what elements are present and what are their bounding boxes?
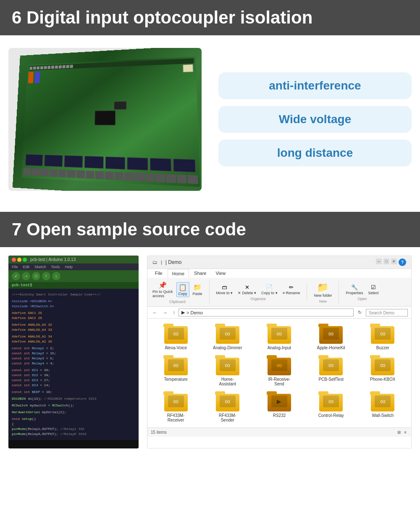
- folder-rf433m-sender[interactable]: ∞ RF433M-Sender: [204, 391, 251, 422]
- folder-ir-receive-send[interactable]: ∞ IR-Receive-Send: [256, 355, 302, 386]
- tab-file[interactable]: File: [151, 269, 167, 278]
- folder-rf433m-receiver-icon: ∞: [163, 391, 189, 411]
- arduino-menu-tools[interactable]: Tools: [51, 265, 60, 269]
- arduino-open-btn[interactable]: ↑: [42, 272, 50, 280]
- folder-home-assistant[interactable]: ∞ Home-Assistant: [204, 355, 251, 386]
- arduino-save-btn[interactable]: ↓: [52, 272, 60, 280]
- folder-analog-dimmer-label: Analog-Dimmer: [213, 345, 242, 350]
- folder-rs232[interactable]: ▶ RS232: [256, 391, 302, 422]
- forward-button[interactable]: →: [161, 309, 169, 316]
- folder-control-relay[interactable]: ∞ Control-Relay: [308, 391, 354, 422]
- folder-analog-input[interactable]: ∞ Analog-Input: [256, 324, 302, 350]
- grid-view-icon[interactable]: ⊞: [396, 430, 402, 435]
- rename-button[interactable]: ✏ ≡ Rename: [281, 283, 302, 296]
- folder-temperature-icon: ∞: [163, 355, 189, 375]
- tab-share[interactable]: Share: [190, 269, 210, 278]
- properties-button[interactable]: 🔧 Properties: [344, 283, 365, 296]
- section6-title: 6 Digital input optocoupler isolation: [12, 8, 408, 28]
- folder-apple-homekit[interactable]: ∞ Apple-HomeKit: [308, 324, 354, 350]
- file-explorer-panel: 🗂 | | Demo ─ □ ✕ ? File Home Share View: [147, 256, 412, 448]
- folder-rf433m-receiver-label: RF433M-Receiver: [161, 413, 191, 422]
- folder-icon-small: 🗂: [152, 259, 158, 265]
- help-button[interactable]: ?: [399, 258, 406, 266]
- delete-icon: ✕: [245, 284, 249, 290]
- address-path[interactable]: ▶ > Demo: [178, 308, 354, 316]
- folder-rs232-label: RS232: [273, 413, 286, 418]
- folder-buzzer-label: Buzzer: [376, 345, 389, 350]
- ribbon-open-group: 🔧 Properties ☑ Select Open: [344, 283, 385, 301]
- move-to-button[interactable]: 🗃 Move to ▾: [215, 283, 235, 296]
- folder-pcb-selftest-label: PCB-SelfTest: [318, 377, 343, 382]
- new-folder-button[interactable]: 📁 New folder: [312, 281, 333, 298]
- folder-ir-receive-send-icon: ∞: [267, 355, 292, 375]
- folder-analog-dimmer[interactable]: ∞ Analog-Dimmer: [204, 324, 251, 350]
- folder-phone-kbox[interactable]: ∞ Phone-KBOX: [360, 355, 406, 386]
- badge-long-distance: long distance: [218, 140, 412, 166]
- explorer-window-buttons: ─ □ ✕ ?: [376, 258, 406, 266]
- search-placeholder: Search Demo: [369, 311, 394, 315]
- folder-control-relay-icon: ∞: [318, 391, 344, 411]
- arduino-upload-btn[interactable]: →: [22, 272, 30, 280]
- folder-rf433m-receiver[interactable]: ∞ RF433M-Receiver: [152, 391, 199, 422]
- folder-buzzer-icon: ∞: [370, 324, 395, 344]
- clipboard-buttons: 📌 Pin to Quickaccess 📋 Copy 📁 Paste: [151, 280, 204, 299]
- feature-badges: anti-interference Wide voltage long dist…: [218, 72, 412, 166]
- properties-icon: 🔧: [351, 284, 358, 290]
- folder-analog-input-icon: ∞: [267, 324, 292, 344]
- folder-pcb-selftest[interactable]: ∞ PCB-SelfTest: [308, 355, 354, 386]
- rename-icon: ✏: [289, 284, 294, 290]
- paste-button[interactable]: 📁 Paste: [191, 282, 204, 297]
- close-button[interactable]: ✕: [391, 258, 397, 264]
- copy-button[interactable]: 📋 Copy: [176, 282, 189, 297]
- up-button[interactable]: ↑: [171, 309, 177, 316]
- new-buttons: 📁 New folder: [312, 281, 333, 298]
- clipboard-label: Clipboard: [169, 300, 186, 304]
- explorer-titlebar: 🗂 | | Demo ─ □ ✕ ?: [147, 256, 411, 269]
- copy-to-button[interactable]: 📄 Copy to ▾: [260, 283, 279, 296]
- arduino-menu-help[interactable]: Help: [65, 265, 73, 269]
- address-path-text: > Demo: [186, 310, 203, 315]
- status-text: 15 items: [151, 430, 167, 435]
- address-bar: ← → ↑ ▶ > Demo ↻ Search Demo: [147, 307, 411, 319]
- explorer-window-title-text: |: [161, 260, 162, 265]
- folder-rf433m-sender-icon: ∞: [215, 391, 240, 411]
- arduino-menu-file[interactable]: File: [12, 265, 18, 269]
- new-label: New: [319, 299, 327, 303]
- arduino-title: pcb-test | Arduino 1.0.13: [30, 257, 76, 262]
- arduino-new-btn[interactable]: □: [32, 272, 40, 280]
- delete-button[interactable]: ✕ ✕ Delete ▾: [236, 283, 258, 296]
- folder-wall-switch[interactable]: ∞ Wall-Switch: [360, 391, 406, 422]
- arduino-menu-edit[interactable]: Edit: [23, 265, 30, 269]
- folder-home-assistant-icon: ∞: [215, 355, 240, 375]
- folder-wall-switch-label: Wall-Switch: [372, 413, 394, 418]
- select-icon: ☑: [371, 284, 376, 290]
- maximize-button[interactable]: □: [383, 258, 389, 264]
- arduino-menubar: File Edit Sketch Tools Help: [8, 264, 139, 270]
- organize-buttons: 🗃 Move to ▾ ✕ ✕ Delete ▾ 📄 Copy to ▾ ✏ ≡…: [215, 283, 302, 296]
- arduino-toolbar: ✓ → □ ↑ ↓: [8, 270, 139, 282]
- section7-header: 7 Open sample source code: [0, 212, 420, 247]
- folder-buzzer[interactable]: ∞ Buzzer: [360, 324, 406, 350]
- explorer-title-left: 🗂 | | Demo: [152, 259, 181, 265]
- badge-anti-interference: anti-interference: [218, 72, 412, 99]
- arduino-tab[interactable]: pcb-test§: [8, 282, 139, 289]
- list-view-icon[interactable]: ≡: [403, 430, 408, 435]
- pin-to-quick-button[interactable]: 📌 Pin to Quickaccess: [151, 280, 175, 299]
- explorer-title-text: | Demo: [165, 259, 181, 265]
- file-grid: ∞ Alexa-Voice ∞ Analog-Dimmer ∞ Analo: [147, 319, 411, 427]
- folder-pcb-selftest-icon: ∞: [318, 355, 344, 375]
- back-button[interactable]: ←: [151, 309, 159, 316]
- open-buttons: 🔧 Properties ☑ Select: [344, 283, 380, 296]
- tab-view[interactable]: View: [211, 269, 230, 278]
- folder-alexa-voice[interactable]: ∞ Alexa-Voice: [152, 324, 199, 350]
- section6-header: 6 Digital input optocoupler isolation: [0, 0, 420, 35]
- tab-home[interactable]: Home: [168, 269, 189, 278]
- arduino-verify-btn[interactable]: ✓: [12, 272, 20, 280]
- folder-temperature[interactable]: ∞ Temperature: [152, 355, 199, 386]
- minimize-button[interactable]: ─: [376, 258, 382, 264]
- status-bar: 15 items ⊞ ≡: [147, 427, 411, 437]
- refresh-button[interactable]: ↻: [355, 309, 364, 316]
- search-box[interactable]: Search Demo: [366, 309, 408, 316]
- select-button[interactable]: ☑ Select: [366, 283, 380, 296]
- arduino-menu-sketch[interactable]: Sketch: [34, 265, 46, 269]
